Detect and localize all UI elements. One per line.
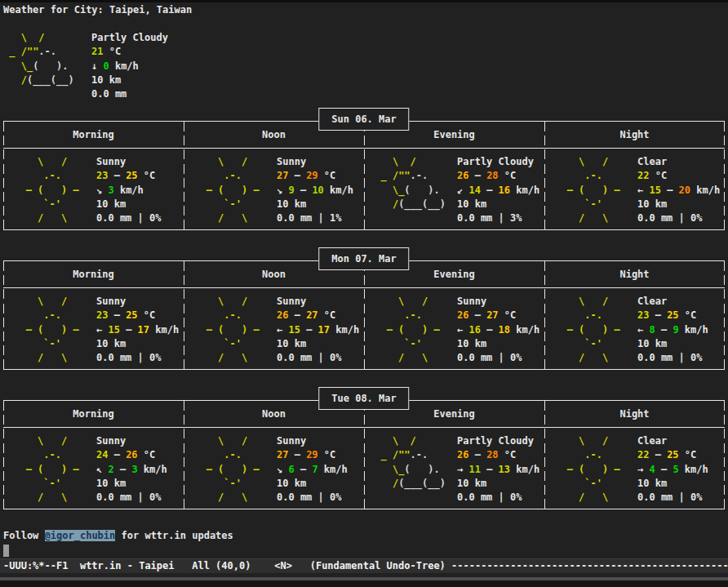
cell-precipitation: 0.0 mm | 0% xyxy=(96,351,184,365)
cell-condition: Sunny xyxy=(96,295,184,309)
cell-precipitation: 0.0 mm | 0% xyxy=(96,491,184,505)
cell-temperature: 27 – 29 °C xyxy=(277,448,364,462)
forecast-cell-evening: \ / .-. – ( ) – `-' / \ Sunny 26 – 27 °C… xyxy=(364,295,544,368)
date-tab-0: Sun 06. Mar xyxy=(318,108,409,131)
column-divider-1 xyxy=(184,401,184,509)
forecast-cell-morning: \ / .-. – ( ) – `-' / \ Sunny 23 – 25 °C… xyxy=(3,155,184,229)
cell-wind: ↘ 9 – 10 km/h xyxy=(277,184,364,198)
column-header-evening: Evening xyxy=(364,269,544,280)
current-conditions: \ / _ /"".-. \_( ). /(___(__) Partly Clo… xyxy=(3,31,725,101)
current-precipitation: 0.0 mm xyxy=(91,87,725,101)
forecast-cell-night: \ / .-. – ( ) – `-' / \ Clear 22 °C ← 15… xyxy=(544,155,725,229)
cell-temperature: 26 – 28 °C xyxy=(457,448,544,462)
cell-precipitation: 0.0 mm | 0% xyxy=(277,351,364,365)
cell-temperature: 26 – 28 °C xyxy=(457,169,544,183)
current-temperature: 21 °C xyxy=(91,45,725,59)
cell-visibility: 10 km xyxy=(637,198,725,211)
table-right-border xyxy=(724,401,725,509)
column-header-night: Night xyxy=(544,129,725,140)
cursor-block xyxy=(3,545,9,557)
column-header-noon: Noon xyxy=(184,269,364,280)
date-tab-2: Tue 08. Mar xyxy=(318,387,409,410)
footer-note: Follow @igor_chubin for wttr.in updates xyxy=(3,529,725,543)
forecast-cell-morning: \ / .-. – ( ) – `-' / \ Sunny 24 – 26 °C… xyxy=(3,434,184,508)
cell-wind: → 11 – 13 km/h xyxy=(457,463,544,477)
footer-text-prefix: Follow xyxy=(3,530,45,541)
column-header-noon: Noon xyxy=(184,129,364,140)
cell-condition: Partly Cloudy xyxy=(457,155,544,169)
column-header-evening: Evening xyxy=(364,129,544,140)
date-label: Mon 07. Mar xyxy=(331,253,396,265)
column-header-morning: Morning xyxy=(3,129,184,140)
forecast-cell-night: \ / .-. – ( ) – `-' / \ Clear 23 – 25 °C… xyxy=(544,295,725,368)
weather-icon: \ / _ /"".-. \_( ). /(___(__) xyxy=(369,434,457,508)
cell-precipitation: 0.0 mm | 0% xyxy=(457,351,544,365)
wttr-report: Weather for City: Taipei, Taiwan \ / _ /… xyxy=(3,3,725,558)
forecast-day-2: Tue 08. Mar Morning Noon Evening Night \… xyxy=(3,400,725,509)
weather-icon: \ / .-. – ( ) – `-' / \ xyxy=(549,295,637,368)
cell-condition: Sunny xyxy=(96,155,184,169)
cell-visibility: 10 km xyxy=(277,198,364,211)
forecast-day-0: Sun 06. Mar Morning Noon Evening Night \… xyxy=(3,121,725,230)
footer-text-suffix: for wttr.in updates xyxy=(115,530,233,541)
cell-visibility: 10 km xyxy=(637,477,725,491)
forecast-table-0: Sun 06. Mar Morning Noon Evening Night \… xyxy=(3,121,725,230)
cell-visibility: 10 km xyxy=(277,477,364,491)
column-divider-3 xyxy=(544,261,545,369)
table-left-border xyxy=(3,401,4,509)
cell-wind: ← 8 – 9 km/h xyxy=(637,323,725,337)
twitter-handle[interactable]: @igor_chubin xyxy=(45,530,116,541)
cell-wind: ↙ 14 – 16 km/h xyxy=(457,184,544,198)
weather-icon: \ / .-. – ( ) – `-' / \ xyxy=(189,155,277,229)
date-label: Tue 08. Mar xyxy=(331,393,396,404)
column-divider-2 xyxy=(364,261,365,369)
column-divider-2 xyxy=(364,401,365,509)
cell-temperature: 26 – 27 °C xyxy=(277,309,364,322)
cell-precipitation: 0.0 mm | 0% xyxy=(637,491,725,505)
cell-temperature: 22 – 25 °C xyxy=(637,448,725,462)
cell-condition: Partly Cloudy xyxy=(457,434,544,448)
forecast-table-1: Mon 07. Mar Morning Noon Evening Night \… xyxy=(3,260,725,370)
cell-visibility: 10 km xyxy=(96,198,184,211)
weather-icon: \ / _ /"".-. \_( ). /(___(__) xyxy=(369,155,457,229)
window-top-edge xyxy=(0,0,728,2)
cell-temperature: 26 – 27 °C xyxy=(457,309,544,322)
table-right-border xyxy=(724,261,725,369)
column-header-noon: Noon xyxy=(184,408,364,420)
cell-precipitation: 0.0 mm | 0% xyxy=(277,491,364,505)
forecast-day-1: Mon 07. Mar Morning Noon Evening Night \… xyxy=(3,260,725,370)
cell-visibility: 10 km xyxy=(457,198,544,211)
cell-temperature: 23 – 25 °C xyxy=(96,309,184,322)
table-left-border xyxy=(3,261,4,369)
weather-icon: \ / .-. – ( ) – `-' / \ xyxy=(8,295,96,368)
cell-visibility: 10 km xyxy=(457,477,544,491)
cell-wind: ← 16 – 18 km/h xyxy=(457,323,544,337)
column-header-morning: Morning xyxy=(3,408,184,420)
date-tab-1: Mon 07. Mar xyxy=(318,247,409,270)
weather-icon: \ / .-. – ( ) – `-' / \ xyxy=(549,434,637,508)
cell-wind: ↖ 2 – 3 km/h xyxy=(96,463,184,477)
cell-wind: → 4 – 5 km/h xyxy=(637,463,725,477)
cell-visibility: 10 km xyxy=(96,337,184,351)
cell-condition: Clear xyxy=(637,295,725,309)
cell-precipitation: 0.0 mm | 3% xyxy=(457,211,544,225)
column-divider-2 xyxy=(364,122,365,229)
cell-condition: Sunny xyxy=(277,434,364,448)
cell-visibility: 10 km xyxy=(277,337,364,351)
cell-condition: Clear xyxy=(637,434,725,448)
weather-icon: \ / .-. – ( ) – `-' / \ xyxy=(369,295,457,368)
weather-icon: \ / .-. – ( ) – `-' / \ xyxy=(189,434,277,508)
cell-precipitation: 0.0 mm | 0% xyxy=(96,211,184,225)
cell-condition: Sunny xyxy=(96,434,184,448)
column-header-night: Night xyxy=(544,269,725,280)
forecast-cell-evening: \ / _ /"".-. \_( ). /(___(__) Partly Clo… xyxy=(364,155,544,229)
table-right-border xyxy=(724,122,725,229)
cell-wind: ↘ 6 – 7 km/h xyxy=(277,463,364,477)
cell-precipitation: 0.0 mm | 1% xyxy=(277,211,364,225)
cell-temperature: 23 – 25 °C xyxy=(637,309,725,322)
weather-icon: \ / .-. – ( ) – `-' / \ xyxy=(8,434,96,508)
column-header-morning: Morning xyxy=(3,269,184,280)
weather-icon: \ / .-. – ( ) – `-' / \ xyxy=(8,155,96,229)
current-info: Partly Cloudy 21 °C ↓ 0 km/h 10 km 0.0 m… xyxy=(91,31,725,101)
weather-icon: \ / .-. – ( ) – `-' / \ xyxy=(189,295,277,368)
